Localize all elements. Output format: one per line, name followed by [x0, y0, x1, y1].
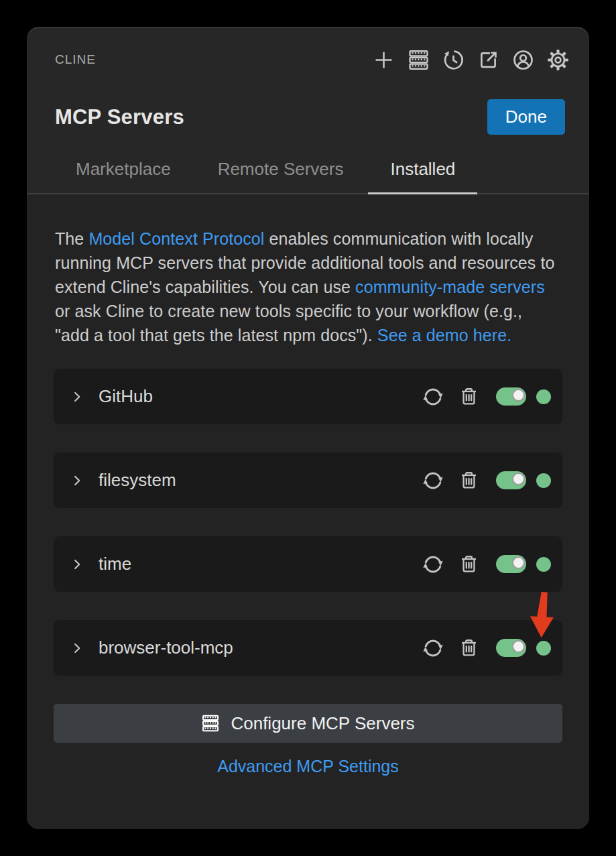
page-title: MCP Servers: [55, 105, 184, 129]
plus-icon[interactable]: [373, 49, 395, 71]
toggle-knob: [512, 556, 525, 569]
server-name: browser-tool-mcp: [99, 637, 422, 658]
chevron-right-icon[interactable]: [70, 641, 84, 656]
tabs: MarketplaceRemote ServersInstalled: [27, 152, 589, 194]
server-enabled-toggle[interactable]: [496, 555, 526, 573]
panel-header: MCP Servers Done: [27, 75, 589, 135]
mcp-server-row[interactable]: time: [54, 536, 562, 592]
cline-mcp-panel: CLINE: [27, 27, 589, 829]
delete-server-icon[interactable]: [458, 554, 479, 574]
server-status-dot: [536, 641, 551, 656]
tab-marketplace[interactable]: Marketplace: [54, 152, 193, 193]
server-row-actions: [422, 385, 551, 408]
advanced-mcp-settings-link[interactable]: Advanced MCP Settings: [217, 757, 399, 776]
server-status-dot: [536, 473, 551, 488]
server-name: GitHub: [99, 386, 422, 407]
server-enabled-toggle[interactable]: [496, 639, 526, 657]
mcp-servers-icon[interactable]: [408, 49, 430, 71]
server-row-actions: [422, 553, 551, 576]
restart-server-icon[interactable]: [422, 637, 444, 660]
chevron-right-icon[interactable]: [70, 473, 84, 488]
account-icon[interactable]: [512, 49, 534, 71]
advanced-settings-row: Advanced MCP Settings: [54, 757, 562, 776]
server-status-dot: [536, 557, 551, 572]
description: The Model Context Protocol enables commu…: [55, 227, 561, 347]
server-name: filesystem: [99, 470, 422, 491]
mcp-servers-icon: [201, 714, 220, 733]
toggle-knob: [512, 389, 525, 402]
settings-gear-icon[interactable]: [547, 49, 569, 71]
server-row-actions: [422, 469, 551, 492]
description-link[interactable]: Model Context Protocol: [88, 229, 264, 248]
server-row-actions: [422, 637, 551, 660]
mcp-server-row[interactable]: filesystem: [54, 452, 562, 508]
description-text: The: [55, 229, 88, 248]
tab-installed[interactable]: Installed: [368, 152, 477, 193]
app-title: CLINE: [55, 52, 96, 67]
title-bar: CLINE: [27, 27, 589, 75]
delete-server-icon[interactable]: [458, 470, 479, 491]
screen-background: CLINE: [0, 0, 616, 856]
restart-server-icon[interactable]: [422, 553, 444, 576]
restart-server-icon[interactable]: [422, 385, 444, 408]
description-link[interactable]: See a demo here.: [377, 326, 511, 345]
history-icon[interactable]: [442, 49, 465, 71]
delete-server-icon[interactable]: [458, 386, 479, 407]
toggle-knob: [512, 473, 525, 485]
server-list: GitHub: [54, 369, 562, 676]
tab-remote-servers[interactable]: Remote Servers: [196, 152, 366, 193]
chevron-right-icon[interactable]: [70, 557, 84, 572]
server-name: time: [99, 554, 422, 574]
done-button[interactable]: Done: [487, 99, 565, 135]
server-status-dot: [536, 389, 551, 404]
mcp-server-row[interactable]: browser-tool-mcp: [54, 620, 562, 676]
toggle-knob: [512, 640, 525, 653]
description-link[interactable]: community-made servers: [355, 278, 545, 296]
delete-server-icon[interactable]: [458, 637, 479, 658]
restart-server-icon[interactable]: [422, 469, 444, 492]
installed-tab-content: The Model Context Protocol enables commu…: [27, 194, 589, 829]
annotation-arrow-icon: [526, 592, 557, 640]
configure-mcp-label: Configure MCP Servers: [231, 713, 414, 734]
open-in-editor-icon[interactable]: [477, 49, 499, 71]
server-enabled-toggle[interactable]: [496, 387, 526, 406]
titlebar-icons: [373, 49, 569, 71]
configure-mcp-button[interactable]: Configure MCP Servers: [54, 704, 562, 743]
mcp-server-row[interactable]: GitHub: [54, 369, 562, 424]
server-enabled-toggle[interactable]: [496, 471, 526, 489]
chevron-right-icon[interactable]: [70, 389, 84, 404]
